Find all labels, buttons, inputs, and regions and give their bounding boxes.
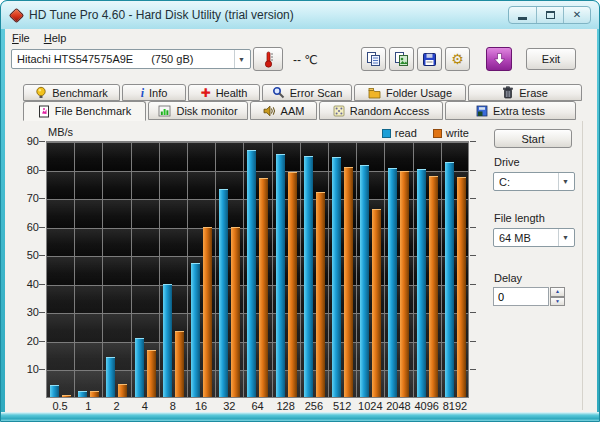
copy-image-button[interactable] bbox=[389, 47, 414, 71]
tab-label: Random Access bbox=[350, 105, 429, 117]
bar-write bbox=[175, 331, 184, 397]
tab-extra-tests[interactable]: Extra tests bbox=[445, 101, 576, 120]
bar-read bbox=[388, 168, 397, 397]
menu-file[interactable]: File bbox=[5, 30, 37, 46]
start-button[interactable]: Start bbox=[494, 129, 572, 148]
temperature-unit: ℃ bbox=[304, 53, 317, 67]
file-benchmark-icon bbox=[38, 105, 50, 118]
close-button[interactable]: ✕ bbox=[563, 7, 590, 23]
copy-text-button[interactable] bbox=[361, 47, 386, 71]
y-tick bbox=[470, 198, 476, 199]
tab-label: AAM bbox=[281, 105, 305, 117]
file-length-combo-value: 64 MB bbox=[499, 232, 558, 244]
bar-write bbox=[372, 209, 381, 397]
bar-write bbox=[316, 192, 325, 397]
drive-combo[interactable]: C: ▼ bbox=[493, 172, 575, 191]
magnifier-icon bbox=[272, 86, 285, 99]
delay-input[interactable] bbox=[493, 287, 549, 306]
tab-file-benchmark[interactable]: File Benchmark bbox=[23, 101, 146, 121]
tab-info[interactable]: i Info bbox=[122, 84, 186, 101]
gear-icon: ⚙ bbox=[451, 52, 464, 66]
tab-aam[interactable]: AAM bbox=[250, 101, 317, 120]
y-axis-label: 10 bbox=[13, 363, 39, 375]
y-tick bbox=[470, 141, 476, 142]
legend-label: write bbox=[446, 127, 469, 139]
save-icon bbox=[422, 52, 437, 67]
maximize-icon bbox=[546, 11, 555, 19]
y-tick bbox=[39, 284, 45, 285]
drive-select-combo[interactable]: Hitachi HTS547575A9E(750 gB) ▼ bbox=[11, 49, 251, 69]
plot-column bbox=[103, 142, 131, 397]
y-tick bbox=[470, 369, 476, 370]
bar-write bbox=[429, 176, 438, 397]
maximize-button[interactable] bbox=[536, 7, 563, 23]
trash-icon bbox=[502, 86, 514, 99]
disk-monitor-icon bbox=[158, 105, 171, 117]
spin-up-button[interactable]: ▲ bbox=[550, 287, 565, 297]
bar-read bbox=[247, 150, 256, 397]
health-cross-icon: ✚ bbox=[201, 87, 211, 99]
plot-column bbox=[329, 142, 357, 397]
bar-write bbox=[259, 178, 268, 397]
drive-label: Drive bbox=[494, 156, 520, 168]
bar-read bbox=[163, 284, 172, 397]
window-controls: ✕ bbox=[508, 6, 591, 24]
y-tick bbox=[39, 141, 45, 142]
legend-label: read bbox=[395, 127, 417, 139]
y-axis-label: 30 bbox=[13, 306, 39, 318]
tab-row-primary: Benchmark i Info ✚ Health Error Scan F bbox=[23, 84, 584, 101]
plot-column bbox=[301, 142, 329, 397]
plot-column bbox=[47, 142, 75, 397]
tab-benchmark[interactable]: Benchmark bbox=[23, 84, 120, 101]
exit-button[interactable]: Exit bbox=[526, 48, 576, 70]
y-axis-label: 80 bbox=[13, 164, 39, 176]
minimize-button[interactable] bbox=[509, 7, 536, 23]
spin-down-button[interactable]: ▼ bbox=[550, 297, 565, 307]
options-button[interactable]: ⚙ bbox=[445, 47, 470, 71]
client-area: File Help Hitachi HTS547575A9E(750 gB) ▼… bbox=[5, 29, 597, 414]
tab-error-scan[interactable]: Error Scan bbox=[262, 84, 352, 101]
plot-column bbox=[385, 142, 413, 397]
app-icon bbox=[9, 7, 25, 23]
y-tick bbox=[470, 312, 476, 313]
y-tick bbox=[39, 255, 45, 256]
chart-legend: readwrite bbox=[382, 127, 469, 139]
plot-area bbox=[46, 141, 469, 398]
exit-button-label: Exit bbox=[542, 53, 560, 65]
tab-label: Health bbox=[216, 87, 248, 99]
plot-column bbox=[442, 142, 469, 397]
y-axis-label: 90 bbox=[13, 135, 39, 147]
temperature-button[interactable] bbox=[253, 47, 283, 71]
download-button[interactable] bbox=[486, 47, 512, 71]
tab-label: Benchmark bbox=[52, 87, 108, 99]
gauge-icon bbox=[35, 86, 47, 99]
tab-health[interactable]: ✚ Health bbox=[188, 84, 260, 101]
tab-erase[interactable]: Erase bbox=[468, 84, 582, 101]
drive-model: Hitachi HTS547575A9E bbox=[17, 53, 133, 65]
y-tick bbox=[470, 170, 476, 171]
content-right-edge bbox=[582, 121, 583, 410]
tab-random-access[interactable]: Random Access bbox=[319, 101, 443, 120]
delay-label: Delay bbox=[494, 272, 522, 284]
tab-label: Info bbox=[149, 87, 167, 99]
menu-help[interactable]: Help bbox=[37, 30, 74, 46]
tab-disk-monitor[interactable]: Disk monitor bbox=[148, 101, 248, 120]
tab-label: File Benchmark bbox=[55, 105, 131, 117]
y-axis-label: 70 bbox=[13, 192, 39, 204]
drive-capacity: (750 gB) bbox=[151, 53, 193, 65]
chevron-down-icon: ▼ bbox=[558, 229, 572, 246]
info-icon: i bbox=[141, 87, 144, 99]
x-axis-label: 8192 bbox=[437, 400, 473, 412]
save-button[interactable] bbox=[417, 47, 442, 71]
legend-item: read bbox=[382, 127, 417, 139]
plot-column bbox=[216, 142, 244, 397]
tab-row-secondary: File Benchmark Disk monitor AAM Random A… bbox=[23, 101, 578, 120]
tab-folder-usage[interactable]: Folder Usage bbox=[354, 84, 466, 101]
tab-label: Erase bbox=[519, 87, 548, 99]
legend-swatch bbox=[433, 129, 442, 138]
bar-read bbox=[219, 189, 228, 397]
bar-write bbox=[62, 395, 71, 397]
file-length-combo[interactable]: 64 MB ▼ bbox=[493, 228, 575, 247]
y-tick bbox=[39, 369, 45, 370]
down-arrow-icon bbox=[493, 52, 506, 66]
